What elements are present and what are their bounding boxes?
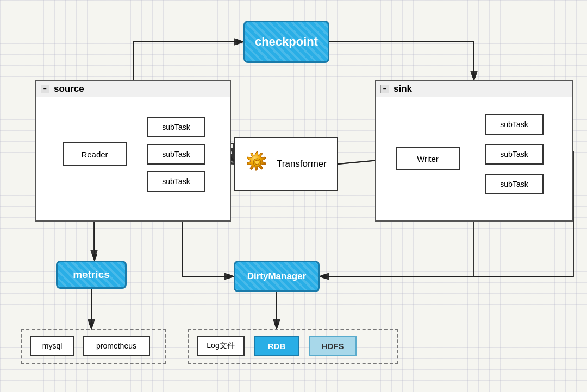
hdfs-label: HDFS <box>322 342 344 351</box>
writer-node: Writer <box>396 147 460 170</box>
subtask-source-3: subTask <box>147 171 205 192</box>
sink-title-bar: − sink <box>376 81 572 97</box>
subtask-s2-label: subTask <box>162 150 190 159</box>
svg-point-16 <box>255 160 259 165</box>
reader-label: Reader <box>81 150 108 159</box>
gear-icon <box>245 150 272 178</box>
prometheus-label: prometheus <box>96 342 136 350</box>
subtask-s1-label: subTask <box>162 123 190 131</box>
source-minimize-btn[interactable]: − <box>41 85 49 93</box>
logfile-label: Log文件 <box>207 341 234 351</box>
rdb-node: RDB <box>254 336 299 356</box>
subtask-sink-1: subTask <box>485 114 544 135</box>
source-title-bar: − source <box>36 81 230 97</box>
transformer-label: Transformer <box>277 159 327 169</box>
hdfs-node: HDFS <box>309 336 357 356</box>
source-title: source <box>54 84 84 94</box>
reader-node: Reader <box>63 142 127 166</box>
metrics-node: metrics <box>56 261 127 289</box>
subtask-s3-label: subTask <box>162 177 190 186</box>
metrics-label: metrics <box>73 269 110 281</box>
sink-title: sink <box>394 84 412 94</box>
mysql-node: mysql <box>30 336 74 356</box>
prometheus-node: prometheus <box>83 336 150 356</box>
dirtymanager-label: DirtyManager <box>247 271 307 282</box>
checkpoint-label: checkpoint <box>255 35 318 49</box>
subtask-source-2: subTask <box>147 144 205 165</box>
transformer-node: Transformer <box>234 137 338 191</box>
logfile-node: Log文件 <box>197 336 245 356</box>
sink-minimize-btn[interactable]: − <box>380 85 389 93</box>
subtask-k3-label: subTask <box>500 180 528 188</box>
rdb-label: RDB <box>268 342 286 351</box>
subtask-sink-2: subTask <box>485 144 544 165</box>
checkpoint-node: checkpoint <box>243 21 329 63</box>
subtask-source-1: subTask <box>147 117 205 137</box>
subtask-k2-label: subTask <box>500 150 528 159</box>
subtask-sink-3: subTask <box>485 174 544 194</box>
writer-label: Writer <box>417 154 439 163</box>
mysql-label: mysql <box>42 342 63 350</box>
subtask-k1-label: subTask <box>500 120 528 129</box>
dirtymanager-node: DirtyManager <box>234 261 320 292</box>
